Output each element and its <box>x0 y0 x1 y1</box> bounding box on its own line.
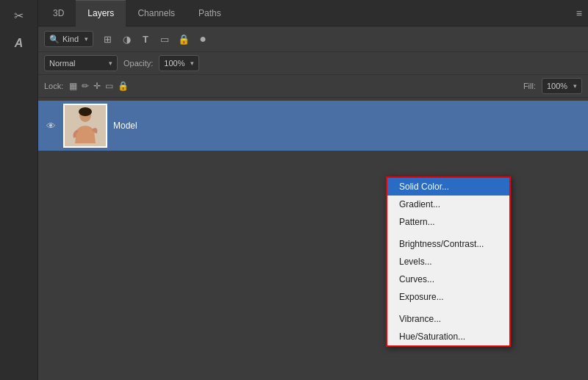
tab-3d[interactable]: 3D <box>41 0 76 26</box>
kind-select[interactable]: 🔍 Kind ▾ <box>44 31 93 47</box>
blend-mode-value: Normal <box>49 59 75 68</box>
lock-label: Lock: <box>44 82 63 90</box>
tab-channels[interactable]: Channels <box>126 0 187 26</box>
panel-menu-icon[interactable]: ≡ <box>576 7 582 19</box>
layer-name: Model <box>113 121 137 131</box>
tab-paths[interactable]: Paths <box>187 0 233 26</box>
opacity-value: 100% <box>164 59 184 68</box>
filter-type-icon[interactable]: T <box>139 32 152 46</box>
fill-chevron: ▾ <box>573 82 577 90</box>
blend-chevron: ▾ <box>109 60 112 67</box>
search-icon: 🔍 <box>49 35 60 44</box>
menu-item-vibrance[interactable]: Vibrance... <box>387 310 509 328</box>
menu-item-solid-color[interactable]: Solid Color... <box>387 178 509 196</box>
lock-move-icon[interactable]: ✛ <box>93 81 101 91</box>
filter-row: 🔍 Kind ▾ ⊞ ◑ T ▭ 🔒 ● <box>38 26 588 52</box>
lock-pixels-icon[interactable]: ▦ <box>69 81 77 91</box>
menu-item-brightness-contrast[interactable]: Brightness/Contrast... <box>387 235 509 253</box>
filter-adjustment-icon[interactable]: ◑ <box>120 32 133 46</box>
layer-visibility-toggle[interactable]: 👁 <box>44 121 57 132</box>
fill-select[interactable]: 100% ▾ <box>542 78 582 94</box>
filter-icons: ⊞ ◑ T ▭ 🔒 ● <box>101 32 209 46</box>
menu-item-levels[interactable]: Levels... <box>387 253 509 270</box>
eye-icon: 👁 <box>46 121 56 132</box>
tab-layers[interactable]: Layers <box>76 0 126 26</box>
left-toolbar: ✂ A <box>0 0 38 380</box>
kind-label: Kind <box>62 35 79 43</box>
fill-label: Fill: <box>523 82 536 90</box>
menu-item-gradient[interactable]: Gradient... <box>387 196 509 213</box>
filter-pixel-icon[interactable]: ⊞ <box>101 32 114 46</box>
blend-mode-select[interactable]: Normal ▾ <box>44 55 118 71</box>
tab-bar: 3D Layers Channels Paths ≡ <box>38 0 588 26</box>
filter-shape-icon[interactable]: ▭ <box>158 32 171 46</box>
menu-item-curves[interactable]: Curves... <box>387 270 509 288</box>
context-menu: Solid Color... Gradient... Pattern... Br… <box>386 176 511 347</box>
kind-chevron: ▾ <box>85 35 88 43</box>
opacity-chevron: ▾ <box>190 60 194 67</box>
text-tool[interactable]: A <box>10 34 29 53</box>
layer-item[interactable]: 👁 Model <box>38 101 588 151</box>
lock-icons: ▦ ✏ ✛ ▭ 🔒 <box>69 81 129 91</box>
blend-row: Normal ▾ Opacity: 100% ▾ <box>38 52 588 75</box>
lock-row: Lock: ▦ ✏ ✛ ▭ 🔒 Fill: 100% ▾ <box>38 75 588 98</box>
lock-paint-icon[interactable]: ✏ <box>82 81 89 91</box>
svg-point-2 <box>79 107 92 116</box>
lock-all-icon[interactable]: 🔒 <box>118 81 129 91</box>
filter-smart-icon[interactable]: 🔒 <box>177 32 190 46</box>
filter-dot-icon[interactable]: ● <box>196 32 209 46</box>
layer-thumbnail <box>63 104 107 148</box>
layer-thumbnail-svg <box>65 105 106 146</box>
lock-artboard-icon[interactable]: ▭ <box>105 81 113 91</box>
menu-item-exposure[interactable]: Exposure... <box>387 288 509 306</box>
scissors-tool[interactable]: ✂ <box>10 6 29 25</box>
opacity-label: Opacity: <box>123 59 153 68</box>
menu-item-pattern[interactable]: Pattern... <box>387 213 509 231</box>
opacity-select[interactable]: 100% ▾ <box>159 55 199 71</box>
fill-value: 100% <box>547 82 567 90</box>
menu-item-hue-saturation[interactable]: Hue/Saturation... <box>387 328 509 345</box>
